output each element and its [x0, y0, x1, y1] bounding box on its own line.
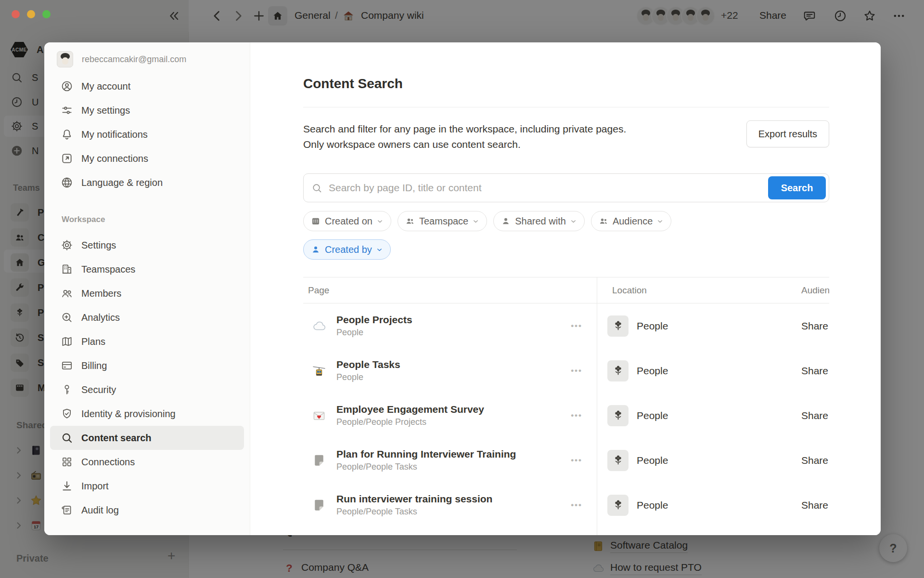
workspace-nav-list: Settings Teamspaces Members Analytics Pl…	[50, 233, 244, 522]
chevron-down-icon	[570, 218, 577, 225]
title-divider	[303, 107, 829, 107]
page-title: Run interviewer training session	[336, 493, 492, 505]
search-input[interactable]	[329, 182, 829, 194]
page-title: People Tasks	[336, 359, 400, 370]
page-path: People/People Tasks	[336, 462, 516, 472]
bell-icon	[61, 128, 73, 141]
content-search-pane: Content Search Search and filter for any…	[250, 42, 881, 535]
page-path: People/People Projects	[336, 417, 484, 427]
location-value: People	[637, 410, 668, 421]
nav-item-audit-log[interactable]: Audit log	[50, 498, 244, 522]
table-row[interactable]: Plan for Running Interviewer Training Pe…	[303, 438, 829, 483]
row-more-icon[interactable]: •••	[571, 456, 582, 465]
notion-window: General / Company wiki +22 Share AC	[0, 0, 924, 578]
cloud-emoji-icon	[312, 319, 326, 333]
external-link-icon	[61, 152, 73, 165]
nav-item-my-connections[interactable]: My connections	[50, 146, 244, 171]
nav-item-my-account[interactable]: My account	[50, 74, 244, 98]
row-more-icon[interactable]: •••	[571, 366, 582, 376]
building-icon	[61, 263, 73, 276]
nav-item-billing[interactable]: Billing	[50, 354, 244, 378]
minimize-window-button[interactable]	[27, 10, 35, 18]
table-row[interactable]: People Tasks People ••• People Share	[303, 348, 829, 393]
filter-teamspace[interactable]: Teamspace	[398, 211, 487, 231]
account-row: rebeccamcakir@gmail.com	[57, 51, 186, 67]
page-title: People Projects	[336, 314, 412, 326]
audience-value: Share	[801, 499, 829, 511]
nav-item-teamspaces[interactable]: Teamspaces	[50, 257, 244, 281]
audience-value: Share	[801, 410, 829, 421]
filter-created-on[interactable]: Created on	[303, 211, 391, 231]
page-icon	[312, 498, 326, 512]
nav-item-connections[interactable]: Connections	[50, 450, 244, 474]
settings-nav: rebeccamcakir@gmail.com My account My se…	[44, 42, 250, 535]
audience-value: Share	[801, 365, 829, 377]
tramway-emoji-icon	[312, 364, 326, 378]
location-value: People	[637, 455, 668, 466]
nav-item-language-region[interactable]: Language & region	[50, 171, 244, 195]
table-row[interactable]: Run interviewer training session People/…	[303, 483, 829, 527]
globe-icon	[61, 176, 73, 189]
settings-modal: rebeccamcakir@gmail.com My account My se…	[44, 42, 881, 535]
grid-icon	[61, 456, 73, 468]
calendar-icon	[311, 216, 321, 226]
people-icon	[599, 216, 608, 226]
row-more-icon[interactable]: •••	[571, 411, 582, 420]
page-description: Search and filter for any page in the wo…	[303, 121, 669, 152]
account-email: rebeccamcakir@gmail.com	[82, 54, 186, 65]
account-nav-list: My account My settings My notifications …	[50, 74, 244, 195]
search-button[interactable]: Search	[768, 176, 826, 199]
nav-item-my-settings[interactable]: My settings	[50, 98, 244, 122]
table-row[interactable]: People Projects People ••• People Share	[303, 303, 829, 348]
filter-chips: Created on Teamspace Shared with Audienc…	[303, 211, 671, 231]
page-title: Plan for Running Interviewer Training	[336, 448, 516, 460]
people-icon	[405, 216, 415, 226]
shield-check-icon	[61, 407, 73, 420]
filter-created-by[interactable]: Created by	[303, 239, 391, 260]
nav-item-my-notifications[interactable]: My notifications	[50, 122, 244, 146]
chevron-down-icon	[472, 218, 479, 225]
filter-audience[interactable]: Audience	[591, 211, 671, 231]
zoom-window-button[interactable]	[42, 10, 51, 18]
nav-item-security[interactable]: Security	[50, 378, 244, 402]
results-table: Page Location Audience People Projects P…	[303, 277, 829, 535]
filter-shared-with[interactable]: Shared with	[493, 211, 585, 231]
person-icon	[311, 245, 321, 254]
map-icon	[61, 335, 73, 348]
nav-item-plans[interactable]: Plans	[50, 329, 244, 354]
page-icon	[312, 453, 326, 468]
audience-value: Share	[801, 320, 829, 332]
sliders-icon	[61, 104, 73, 117]
person-circle-icon	[61, 80, 73, 92]
nav-item-identity-provisioning[interactable]: Identity & provisioning	[50, 402, 244, 426]
page-title: Content Search	[303, 76, 403, 92]
search-icon	[61, 432, 73, 444]
close-window-button[interactable]	[12, 10, 20, 18]
export-results-button[interactable]: Export results	[746, 120, 829, 147]
nav-item-members[interactable]: Members	[50, 281, 244, 305]
location-value: People	[637, 320, 668, 332]
nav-item-content-search[interactable]: Content search	[50, 426, 244, 450]
row-more-icon[interactable]: •••	[571, 500, 582, 510]
page-title: Employee Engagement Survey	[336, 404, 484, 415]
key-icon	[61, 383, 73, 396]
chevron-down-icon	[656, 218, 664, 225]
chevron-down-icon	[376, 246, 383, 253]
table-header: Page Location Audience	[303, 277, 829, 303]
nav-item-import[interactable]: Import	[50, 474, 244, 498]
window-controls	[12, 10, 51, 18]
column-header-location: Location	[612, 285, 647, 296]
scroll-icon	[61, 504, 73, 516]
content-search-bar: Search	[303, 173, 829, 202]
people-teamspace-icon	[607, 450, 629, 471]
gear-icon	[61, 239, 73, 251]
nav-item-settings[interactable]: Settings	[50, 233, 244, 257]
workspace-section-header: Workspace	[62, 215, 105, 224]
chevron-down-icon	[376, 218, 384, 225]
row-more-icon[interactable]: •••	[571, 321, 582, 331]
table-row[interactable]: Employee Engagement Survey People/People…	[303, 393, 829, 438]
nav-item-analytics[interactable]: Analytics	[50, 305, 244, 329]
people-teamspace-icon	[607, 405, 629, 426]
page-path: People	[336, 372, 400, 382]
search-icon	[311, 183, 322, 194]
